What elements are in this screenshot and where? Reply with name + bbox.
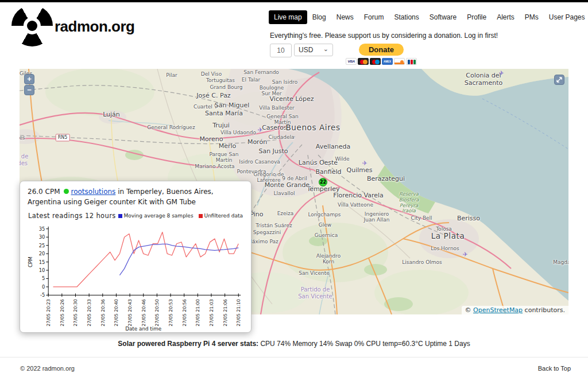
svg-text:27/05 21:00: 27/05 21:00 xyxy=(195,299,200,326)
openstreetmap-link[interactable]: OpenStreetMap xyxy=(473,306,523,314)
chart-legend: Moving average 8 samplesUnfiltered data xyxy=(118,213,243,219)
svg-text:27/05 20:23: 27/05 20:23 xyxy=(46,299,51,326)
map-zoom-out-button[interactable]: − xyxy=(24,85,34,95)
station-reading: 26.0 CPM xyxy=(28,188,60,196)
nav-item-live-map[interactable]: Live map xyxy=(269,10,307,24)
svg-text:5: 5 xyxy=(42,275,45,281)
nav-item-news[interactable]: News xyxy=(331,10,359,24)
map-attribution: © OpenStreetMap contributors. xyxy=(462,306,568,314)
legend-item: Moving average 8 samples xyxy=(118,213,194,219)
svg-text:27/05 20:40: 27/05 20:40 xyxy=(114,299,119,326)
back-to-top-link[interactable]: Back to Top xyxy=(538,365,571,372)
nav-item-pms[interactable]: PMs xyxy=(520,10,544,24)
svg-text:CPM: CPM xyxy=(28,256,33,267)
svg-text:27/05 21:03: 27/05 21:03 xyxy=(209,299,214,326)
svg-text:27/05 21:10: 27/05 21:10 xyxy=(236,299,241,326)
main-nav: Live mapBlogNewsForumStationsSoftwarePro… xyxy=(269,10,583,24)
server-stats-value: CPU 74% Memory 14% Swap 0% CPU temp=60.3… xyxy=(260,340,470,348)
attribution-suffix: contributors. xyxy=(523,306,565,314)
server-stats-label: Solar powered Raspberry Pi 4 server stat… xyxy=(118,340,258,348)
chart-title: Latest readings 12 hours xyxy=(28,212,116,220)
fullscreen-arrow-icon xyxy=(556,77,562,83)
svg-text:10: 10 xyxy=(39,267,45,273)
site-header: radmon.org Live mapBlogNewsForumStations… xyxy=(0,2,588,69)
readings-chart: 35302520151050-527/05 20:2327/05 20:2627… xyxy=(26,221,246,335)
legend-swatch-icon xyxy=(199,214,203,218)
card-amex-icon: AMEX xyxy=(382,58,393,65)
attribution-prefix: © xyxy=(465,306,474,314)
svg-text:27/05 20:56: 27/05 20:56 xyxy=(182,299,187,326)
page-footer: © 2022 radmon.org Back to Top xyxy=(0,357,588,372)
station-popup: 26.0 CPMrootsolutions in Temperley, Buen… xyxy=(20,181,252,333)
currency-select[interactable]: USD ⌄ xyxy=(294,44,333,56)
card-discover-icon xyxy=(394,58,405,65)
popup-header: 26.0 CPMrootsolutions in Temperley, Buen… xyxy=(26,186,245,207)
svg-text:27/05 20:30: 27/05 20:30 xyxy=(73,299,78,326)
map-zoom-in-button[interactable]: + xyxy=(24,74,34,84)
svg-text:0: 0 xyxy=(42,284,45,290)
donation-message: Everything's free. Please support us by … xyxy=(270,32,583,40)
station-marker[interactable]: 22 xyxy=(319,178,327,186)
nav-item-user-pages[interactable]: User Pages xyxy=(544,10,588,24)
card-maestro-icon xyxy=(370,58,381,65)
svg-text:27/05 20:36: 27/05 20:36 xyxy=(100,299,106,326)
nav-item-profile[interactable]: Profile xyxy=(462,10,492,24)
site-brand[interactable]: radmon.org xyxy=(11,5,134,46)
card-mastercard-icon xyxy=(358,58,369,65)
copyright-text: © 2022 radmon.org xyxy=(20,365,75,372)
svg-text:27/05 20:46: 27/05 20:46 xyxy=(141,299,146,326)
radiation-logo-icon xyxy=(11,5,53,46)
svg-text:20: 20 xyxy=(39,251,45,256)
svg-text:27/05 20:53: 27/05 20:53 xyxy=(168,299,173,326)
svg-text:Date and time: Date and time xyxy=(125,326,161,332)
svg-text:27/05 20:43: 27/05 20:43 xyxy=(127,299,133,326)
svg-text:27/05 20:33: 27/05 20:33 xyxy=(87,299,92,326)
payment-card-icons: VISAAMEX xyxy=(346,58,417,65)
nav-item-software[interactable]: Software xyxy=(424,10,462,24)
svg-text:27/05 20:26: 27/05 20:26 xyxy=(60,299,65,326)
legend-item: Unfiltered data xyxy=(199,213,243,219)
nav-item-forum[interactable]: Forum xyxy=(359,10,389,24)
map-fullscreen-button[interactable] xyxy=(554,75,564,85)
site-title: radmon.org xyxy=(55,18,134,36)
currency-value: USD xyxy=(299,46,313,54)
nav-item-alerts[interactable]: Alerts xyxy=(492,10,520,24)
svg-text:35: 35 xyxy=(39,226,45,232)
station-status-dot-icon xyxy=(64,189,69,194)
server-stats: Solar powered Raspberry Pi 4 server stat… xyxy=(0,340,588,348)
nav-item-stations[interactable]: Stations xyxy=(389,10,424,24)
donate-button[interactable]: Donate xyxy=(359,44,404,56)
live-map: GilesPilarDel VisoSan FernandoTortuguita… xyxy=(20,69,568,314)
legend-swatch-icon xyxy=(118,214,122,218)
svg-text:30: 30 xyxy=(39,234,45,240)
svg-text:-5: -5 xyxy=(40,292,45,298)
chevron-down-icon: ⌄ xyxy=(323,45,328,53)
svg-text:27/05 20:50: 27/05 20:50 xyxy=(154,299,160,326)
donation-amount-input[interactable] xyxy=(270,44,292,57)
svg-text:27/05 21:06: 27/05 21:06 xyxy=(223,299,228,326)
card-jcb-icon xyxy=(406,58,417,65)
nav-item-blog[interactable]: Blog xyxy=(307,10,331,24)
card-visa-icon: VISA xyxy=(346,58,357,65)
svg-text:25: 25 xyxy=(39,243,45,248)
donation-form: USD ⌄ Donate VISAAMEX xyxy=(270,44,583,65)
svg-text:15: 15 xyxy=(39,259,45,265)
station-link[interactable]: rootsolutions xyxy=(71,188,116,196)
